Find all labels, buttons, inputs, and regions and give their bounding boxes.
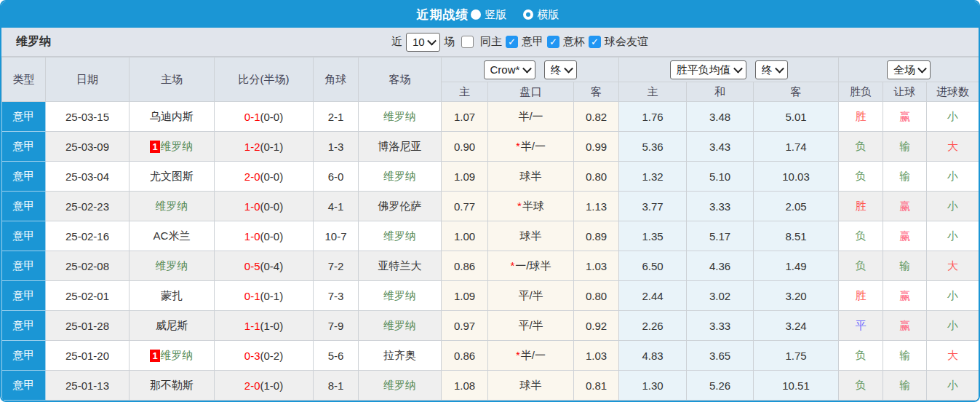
odds-home-cell: 0.90 bbox=[442, 132, 488, 162]
score-cell: 2-0(0-0) bbox=[215, 162, 314, 192]
same-home-checkbox[interactable] bbox=[461, 36, 474, 48]
league-friendly-checkbox[interactable] bbox=[589, 36, 601, 48]
home-team-name[interactable]: 乌迪内斯 bbox=[150, 110, 194, 122]
handicap-name: 半/一 bbox=[521, 140, 546, 152]
handicap-name: 球半 bbox=[520, 170, 542, 182]
home-team-name[interactable]: 威尼斯 bbox=[156, 319, 188, 331]
header-corner: 角球 bbox=[314, 58, 359, 102]
fulltime-score: 1-0 bbox=[244, 230, 260, 243]
date-cell: 25-01-13 bbox=[46, 371, 130, 401]
halftime-score: (0-1) bbox=[260, 141, 284, 153]
spread-cell: 输 bbox=[883, 371, 927, 401]
date-cell: 25-02-16 bbox=[46, 221, 130, 251]
away-team-name[interactable]: 维罗纳 bbox=[383, 170, 416, 182]
avg-select[interactable]: 胜平负均值 bbox=[670, 60, 746, 79]
goals-cell: 小 bbox=[927, 102, 979, 132]
odds-away-cell: 1.13 bbox=[574, 192, 619, 221]
same-home-label[interactable]: 同主 bbox=[480, 35, 502, 49]
near-label: 近 bbox=[391, 35, 402, 49]
goals-cell: 小 bbox=[927, 311, 979, 341]
spread-cell: 输 bbox=[883, 162, 927, 192]
handicap-star: * bbox=[510, 259, 514, 272]
away-team-name[interactable]: 维罗纳 bbox=[383, 110, 416, 122]
home-team-name[interactable]: 蒙扎 bbox=[161, 289, 183, 302]
league-cup-label[interactable]: 意杯 bbox=[563, 35, 585, 49]
away-team-name[interactable]: 佛罗伦萨 bbox=[378, 200, 422, 212]
away-team-name[interactable]: 维罗纳 bbox=[383, 379, 416, 391]
filter-controls: 近 10 场 同主 意甲 意杯 球会友谊 bbox=[391, 28, 648, 56]
vertical-radio-label[interactable]: 竖版 bbox=[485, 8, 507, 22]
league-friendly-label[interactable]: 球会友谊 bbox=[605, 35, 648, 49]
spread-cell: 输 bbox=[883, 132, 927, 162]
result-cell: 负 bbox=[839, 251, 883, 281]
home-team-name[interactable]: 维罗纳 bbox=[156, 259, 188, 272]
home-team-name[interactable]: 维罗纳 bbox=[161, 140, 194, 152]
goals-cell: 小 bbox=[927, 221, 979, 251]
header-odds-away: 客 bbox=[574, 82, 619, 102]
league-cell: 意甲 bbox=[2, 311, 46, 341]
handicap-cell: 平/半 bbox=[488, 311, 574, 341]
fulltime-score: 0-1 bbox=[244, 111, 260, 123]
table-row: 意甲 25-03-09 1维罗纳 1-2(0-1) 1-3 博洛尼亚 0.90 … bbox=[2, 132, 979, 162]
table-row: 意甲 25-01-13 那不勒斯 2-0(1-0) 8-1 维罗纳 1.08 球… bbox=[2, 371, 979, 401]
halftime-score: (0-0) bbox=[260, 170, 284, 183]
away-cell: 维罗纳 bbox=[359, 311, 442, 341]
score-cell: 0-3(0-2) bbox=[215, 341, 314, 371]
avg-draw-cell: 3.33 bbox=[687, 192, 754, 221]
handicap-cell: 球半 bbox=[488, 221, 574, 251]
halftime-score: (0-0) bbox=[260, 230, 284, 243]
vertical-radio-icon[interactable] bbox=[471, 9, 481, 20]
date-cell: 25-02-01 bbox=[46, 281, 130, 311]
header-goals: 进球数 bbox=[927, 82, 979, 102]
avg-lose-cell: 1.74 bbox=[754, 132, 839, 162]
avg-select-wrap: 胜平负均值 bbox=[670, 60, 746, 79]
table-row: 意甲 25-01-28 威尼斯 1-1(1-0) 7-9 维罗纳 0.97 平/… bbox=[2, 311, 979, 341]
handicap-cell: 球半 bbox=[488, 162, 574, 192]
league-cup-checkbox[interactable] bbox=[547, 36, 559, 48]
scope-select[interactable]: 全场 bbox=[887, 60, 931, 79]
result-cell: 负 bbox=[839, 341, 883, 371]
away-team-name[interactable]: 博洛尼亚 bbox=[378, 140, 422, 152]
avg-time-select[interactable]: 终 bbox=[755, 60, 788, 79]
spread-cell: 赢 bbox=[883, 311, 927, 341]
handicap-cell: 半/一 bbox=[488, 102, 574, 132]
avg-win-cell: 2.26 bbox=[619, 311, 687, 341]
league-cell: 意甲 bbox=[2, 192, 46, 221]
halftime-score: (0-0) bbox=[260, 200, 284, 213]
goals-cell: 小 bbox=[927, 371, 979, 401]
avg-draw-cell: 5.26 bbox=[687, 371, 754, 401]
odds-company-select[interactable]: Crow* bbox=[484, 60, 535, 79]
away-cell: 维罗纳 bbox=[359, 102, 442, 132]
avg-draw-cell: 3.48 bbox=[687, 102, 754, 132]
header-home: 主场 bbox=[130, 58, 215, 102]
fulltime-score: 1-0 bbox=[244, 200, 260, 213]
avg-draw-cell: 3.33 bbox=[687, 311, 754, 341]
horizontal-radio-icon[interactable] bbox=[523, 9, 533, 20]
away-team-name[interactable]: 亚特兰大 bbox=[378, 259, 422, 272]
away-team-name[interactable]: 拉齐奥 bbox=[383, 349, 416, 361]
home-cell: 维罗纳 bbox=[130, 251, 215, 281]
home-team-name[interactable]: AC米兰 bbox=[154, 229, 191, 242]
away-team-name[interactable]: 维罗纳 bbox=[383, 229, 416, 242]
rank-badge: 1 bbox=[150, 350, 159, 362]
league-serie-a-label[interactable]: 意甲 bbox=[522, 35, 543, 49]
league-serie-a-checkbox[interactable] bbox=[506, 36, 518, 48]
spread-cell: 输 bbox=[883, 341, 927, 371]
odds-away-cell: 1.03 bbox=[574, 341, 619, 371]
fulltime-score: 0-3 bbox=[244, 350, 260, 362]
header-avg-lose: 客 bbox=[754, 82, 839, 102]
avg-draw-cell: 5.17 bbox=[687, 221, 754, 251]
home-team-name[interactable]: 维罗纳 bbox=[156, 200, 188, 212]
odds-time-select[interactable]: 终 bbox=[544, 60, 577, 79]
home-team-name[interactable]: 尤文图斯 bbox=[150, 170, 194, 182]
odds-home-cell: 0.86 bbox=[442, 341, 488, 371]
away-team-name[interactable]: 维罗纳 bbox=[383, 319, 416, 331]
odds-home-cell: 1.09 bbox=[442, 162, 488, 192]
horizontal-radio-label[interactable]: 横版 bbox=[538, 8, 559, 22]
home-team-name[interactable]: 那不勒斯 bbox=[150, 379, 194, 391]
away-team-name[interactable]: 维罗纳 bbox=[383, 289, 416, 302]
team-name: 维罗纳 bbox=[16, 34, 51, 50]
match-count-select[interactable]: 10 bbox=[406, 33, 440, 52]
home-team-name[interactable]: 维罗纳 bbox=[161, 349, 194, 361]
avg-draw-cell: 3.65 bbox=[687, 341, 754, 371]
